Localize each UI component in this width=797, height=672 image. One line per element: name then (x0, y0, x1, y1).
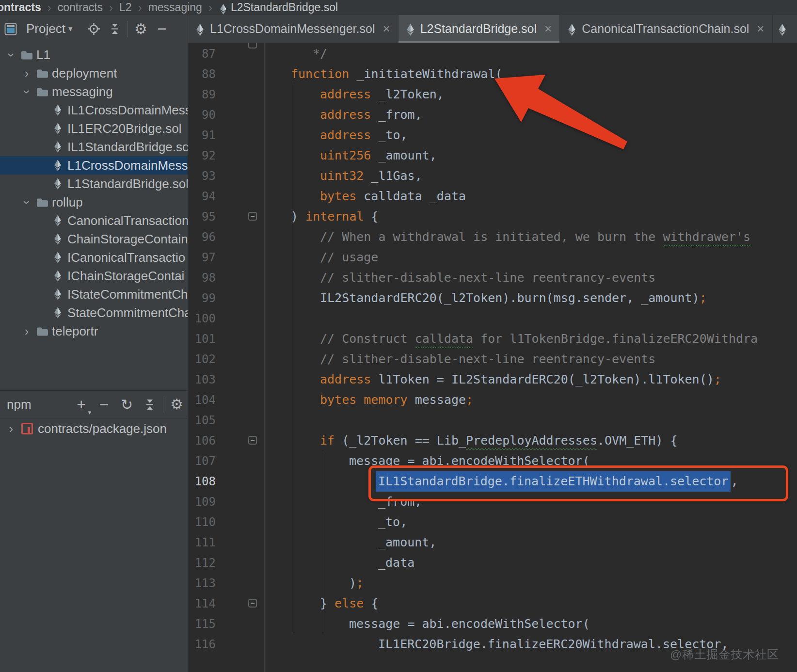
line-number[interactable]: 92 (188, 145, 216, 166)
close-icon[interactable]: × (757, 21, 764, 36)
code-line-95[interactable]: 95) internal { (188, 207, 797, 227)
editor-tab-partial[interactable] (773, 15, 797, 43)
line-number[interactable]: 108 (188, 471, 216, 492)
chevron-down-icon[interactable]: › (4, 48, 18, 62)
code-line-100[interactable]: 100 (188, 308, 797, 329)
hide-panel-icon[interactable]: − (151, 18, 173, 40)
line-number[interactable]: 105 (188, 410, 216, 431)
chevron-right-icon[interactable]: › (4, 422, 18, 436)
code-line-105[interactable]: 105 (188, 410, 797, 431)
tree-item-il1standardbridge-so[interactable]: IL1StandardBridge.so (0, 138, 188, 156)
code-line-93[interactable]: 93uint32 _l1Gas, (188, 166, 797, 186)
editor-tab-l2standardbridge-sol[interactable]: L2StandardBridge.sol× (398, 15, 560, 43)
line-number[interactable]: 101 (188, 329, 216, 349)
line-number[interactable]: 113 (188, 573, 216, 593)
settings-gear-icon[interactable]: ⚙ (130, 18, 151, 40)
locate-icon[interactable] (83, 18, 104, 40)
code-line-96[interactable]: 96// When a withdrawal is initiated, we … (188, 227, 797, 247)
fold-marker-icon[interactable] (248, 212, 257, 221)
tree-item-canonicaltransaction[interactable]: CanonicalTransaction (0, 211, 188, 230)
tree-item-istatecommitmentch[interactable]: IStateCommitmentCh (0, 285, 188, 304)
line-number[interactable]: 94 (188, 186, 216, 207)
chevron-down-icon[interactable]: › (20, 195, 34, 209)
breadcrumb-item[interactable]: L2 (119, 1, 132, 14)
chevron-down-icon[interactable]: ▾ (68, 24, 73, 34)
chevron-down-icon[interactable]: › (20, 84, 34, 99)
line-number[interactable]: 100 (188, 308, 216, 329)
editor-tab-canonicaltransactionchain-sol[interactable]: CanonicalTransactionChain.sol× (560, 15, 772, 43)
code-line-104[interactable]: 104bytes memory message; (188, 390, 797, 410)
npm-package-label[interactable]: contracts/package.json (38, 421, 167, 436)
tree-item-teleportr[interactable]: ›teleportr (0, 322, 188, 340)
code-line-87[interactable]: 87*/ (188, 44, 797, 64)
line-number[interactable]: 114 (188, 593, 216, 614)
code-line-102[interactable]: 102// slither-disable-next-line reentran… (188, 349, 797, 369)
tree-item-il1crossdomainmess[interactable]: IL1CrossDomainMess (0, 101, 188, 119)
line-number[interactable]: 93 (188, 166, 216, 186)
line-number[interactable]: 103 (188, 369, 216, 390)
breadcrumb-item[interactable]: contracts (58, 1, 103, 14)
tree-item-ichainstoragecontai[interactable]: IChainStorageContai (0, 267, 188, 285)
fold-marker-icon[interactable] (248, 599, 257, 608)
npm-package-row[interactable]: › contracts/package.json (0, 419, 188, 438)
line-number[interactable]: 112 (188, 553, 216, 573)
fold-marker-icon[interactable] (248, 43, 257, 48)
line-number[interactable]: 116 (188, 634, 216, 655)
code-line-88[interactable]: 88function _initiateWithdrawal( (188, 64, 797, 84)
project-view-icon[interactable] (0, 18, 21, 40)
code-line-89[interactable]: 89address _l2Token, (188, 84, 797, 105)
line-number[interactable]: 91 (188, 125, 216, 145)
fold-marker-icon[interactable] (248, 436, 257, 445)
line-number[interactable]: 87 (188, 44, 216, 64)
code-line-101[interactable]: 101// Construct calldata for l1TokenBrid… (188, 329, 797, 349)
add-icon[interactable]: +▾ (70, 394, 93, 415)
code-line-111[interactable]: 111_amount, (188, 532, 797, 553)
code-line-113[interactable]: 113); (188, 573, 797, 593)
tree-item-chainstoragecontain[interactable]: ChainStorageContain (0, 230, 188, 248)
code-line-115[interactable]: 115message = abi.encodeWithSelector( (188, 614, 797, 634)
remove-icon[interactable]: − (93, 394, 115, 415)
tree-item-deployment[interactable]: ›deployment (0, 64, 188, 82)
code-line-97[interactable]: 97// usage (188, 247, 797, 268)
code-line-99[interactable]: 99IL2StandardERC20(_l2Token).burn(msg.se… (188, 288, 797, 308)
line-number[interactable]: 102 (188, 349, 216, 369)
breadcrumb-item[interactable]: ontracts (0, 1, 41, 14)
code-line-94[interactable]: 94bytes calldata _data (188, 186, 797, 207)
code-line-98[interactable]: 98// slither-disable-next-line reentranc… (188, 268, 797, 288)
close-icon[interactable]: × (544, 21, 552, 36)
line-number[interactable]: 104 (188, 390, 216, 410)
code-line-110[interactable]: 110_to, (188, 512, 797, 532)
code-line-103[interactable]: 103address l1Token = IL2StandardERC20(_l… (188, 369, 797, 390)
tree-item-l1[interactable]: ›L1 (0, 46, 188, 64)
line-number[interactable]: 111 (188, 532, 216, 553)
tree-item-icanonicaltransactio[interactable]: ICanonicalTransactio (0, 248, 188, 267)
project-toolbar-title[interactable]: Project (26, 21, 65, 36)
tree-item-l1standardbridge-sol[interactable]: L1StandardBridge.sol (0, 175, 188, 193)
tree-item-l1crossdomainmess[interactable]: L1CrossDomainMess (0, 156, 188, 175)
line-number[interactable]: 88 (188, 64, 216, 84)
line-number[interactable]: 99 (188, 288, 216, 308)
editor-tab-l1crossdomainmessenger-sol[interactable]: L1CrossDomainMessenger.sol× (188, 15, 398, 43)
close-icon[interactable]: × (383, 21, 390, 36)
code-line-92[interactable]: 92uint256 _amount, (188, 145, 797, 166)
code-line-90[interactable]: 90address _from, (188, 105, 797, 125)
tree-item-statecommitmentcha[interactable]: StateCommitmentCha (0, 304, 188, 322)
line-number[interactable]: 96 (188, 227, 216, 247)
code-line-112[interactable]: 112_data (188, 553, 797, 573)
line-number[interactable]: 90 (188, 105, 216, 125)
collapse-all-icon[interactable] (104, 18, 126, 40)
line-number[interactable]: 110 (188, 512, 216, 532)
code-line-91[interactable]: 91address _to, (188, 125, 797, 145)
refresh-icon[interactable]: ↻ (115, 394, 138, 415)
line-number[interactable]: 89 (188, 84, 216, 105)
line-number[interactable]: 109 (188, 492, 216, 512)
line-number[interactable]: 106 (188, 431, 216, 451)
npm-settings-gear-icon[interactable]: ⚙ (165, 394, 188, 415)
line-number[interactable]: 107 (188, 451, 216, 471)
line-number[interactable]: 95 (188, 207, 216, 227)
breadcrumb-item[interactable]: messaging (148, 1, 202, 14)
tree-item-rollup[interactable]: ›rollup (0, 193, 188, 211)
code-line-106[interactable]: 106if (_l2Token == Lib_PredeployAddresse… (188, 431, 797, 451)
code-line-114[interactable]: 114} else { (188, 593, 797, 614)
line-number[interactable]: 115 (188, 614, 216, 634)
